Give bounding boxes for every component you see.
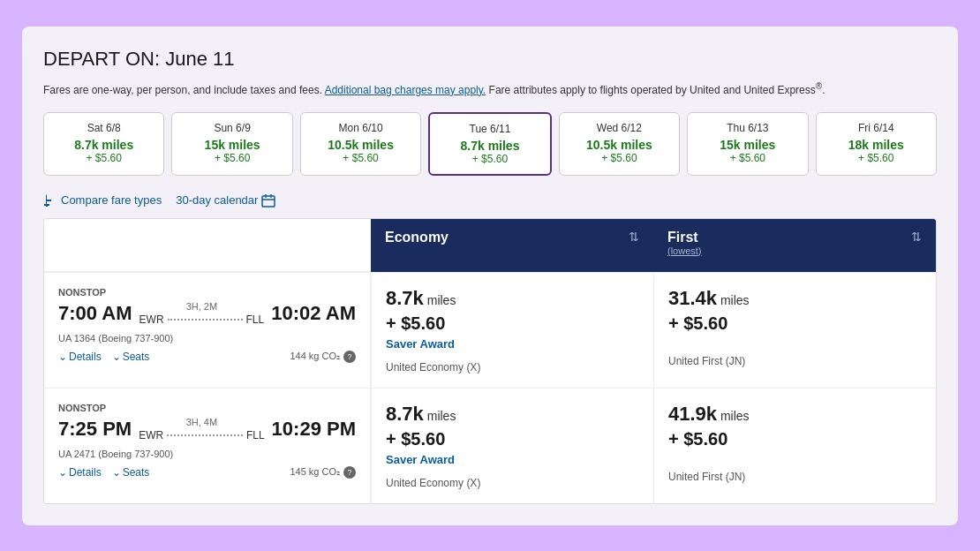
date-miles: 15k miles xyxy=(179,138,284,152)
chevron-down-icon: ⌄ xyxy=(58,351,67,363)
flight-detail: NONSTOP 7:00 AM 3H, 2M EWR FLL 10:02 AM … xyxy=(44,272,371,388)
date-label: Mon 6/10 xyxy=(308,122,413,134)
chevron-down-icon: ⌄ xyxy=(112,466,121,479)
first-fee: + $5.60 xyxy=(668,429,922,449)
svg-rect-0 xyxy=(262,196,275,207)
date-fee: + $5.60 xyxy=(824,152,929,164)
depart-time: 7:25 PM xyxy=(58,418,132,441)
arrive-time: 10:29 PM xyxy=(272,418,356,441)
seats-link[interactable]: ⌄ Seats xyxy=(112,351,150,363)
economy-miles-num: 8.7k xyxy=(386,403,424,425)
details-link[interactable]: ⌄ Details xyxy=(58,351,102,363)
economy-sort-icon[interactable]: ⇅ xyxy=(629,230,639,244)
bag-charges-link[interactable]: Additional bag charges may apply. xyxy=(325,84,486,96)
flight-col-header xyxy=(44,219,371,272)
economy-miles-label: miles xyxy=(427,409,456,423)
arrive-time: 10:02 AM xyxy=(271,302,356,325)
economy-miles: 8.7k miles xyxy=(386,287,639,310)
co2-help-icon[interactable]: ? xyxy=(343,351,356,363)
first-fare-cell[interactable]: 31.4k miles + $5.60 United First (JN) xyxy=(653,272,936,388)
origin-code: EWR xyxy=(139,429,163,442)
airports: EWR FLL xyxy=(139,429,264,442)
date-miles: 18k miles xyxy=(824,138,929,152)
depart-date: June 11 xyxy=(165,48,234,70)
date-fee: + $5.60 xyxy=(437,153,542,165)
chevron-down-icon: ⌄ xyxy=(58,466,67,479)
toolbar: Compare fare types 30-day calendar xyxy=(43,193,937,208)
date-miles: 10.5k miles xyxy=(308,138,413,152)
origin-code: EWR xyxy=(139,313,164,326)
economy-miles-label: miles xyxy=(427,293,456,307)
date-label: Wed 6/12 xyxy=(567,122,672,134)
flight-times: 7:00 AM 3H, 2M EWR FLL 10:02 AM xyxy=(58,301,356,326)
date-miles: 8.7k miles xyxy=(51,138,156,152)
chevron-down-icon: ⌄ xyxy=(112,351,121,363)
flight-links: ⌄ Details ⌄ Seats 144 kg CO₂ ? xyxy=(58,351,356,363)
co2-info: 144 kg CO₂ ? xyxy=(290,351,356,363)
first-class: United First (JN) xyxy=(668,471,922,483)
date-label: Sat 6/8 xyxy=(51,122,156,134)
flight-times: 7:25 PM 3H, 4M EWR FLL 10:29 PM xyxy=(58,417,356,442)
date-card[interactable]: Mon 6/10 10.5k miles + $5.60 xyxy=(300,112,421,176)
date-label: Sun 6/9 xyxy=(179,122,284,134)
economy-class: United Economy (X) xyxy=(386,361,639,374)
date-miles: 15k miles xyxy=(695,138,800,152)
flight-detail: NONSTOP 7:25 PM 3H, 4M EWR FLL 10:29 PM … xyxy=(44,388,371,503)
calendar-link[interactable]: 30-day calendar xyxy=(176,193,275,208)
first-fare-cell[interactable]: 41.9k miles + $5.60 United First (JN) xyxy=(653,388,936,503)
date-card[interactable]: Sat 6/8 8.7k miles + $5.60 xyxy=(43,112,164,176)
economy-miles: 8.7k miles xyxy=(386,403,639,426)
main-container: DEPART ON: June 11 Fares are one-way, pe… xyxy=(22,26,958,525)
flight-meta: UA 1364 (Boeing 737-900) xyxy=(58,333,356,343)
co2-value: 145 kg CO₂ xyxy=(290,466,340,478)
dest-code: FLL xyxy=(246,313,265,326)
depart-time: 7:00 AM xyxy=(58,302,132,325)
first-header: First (lowest) ⇅ xyxy=(653,219,936,272)
economy-fare-cell[interactable]: 8.7k miles + $5.60 Saver Award United Ec… xyxy=(371,388,653,503)
first-miles-label: miles xyxy=(720,293,750,307)
date-card[interactable]: Tue 6/11 8.7k miles + $5.60 xyxy=(428,112,551,176)
first-subtitle: (lowest) xyxy=(667,245,702,256)
first-title: First xyxy=(667,230,702,245)
economy-fare-cell[interactable]: 8.7k miles + $5.60 Saver Award United Ec… xyxy=(371,272,653,388)
calendar-icon xyxy=(261,193,275,208)
airports: EWR FLL xyxy=(139,313,265,326)
date-label: Fri 6/14 xyxy=(824,122,929,134)
fare-note-text2: Fare attributes apply to flights operate… xyxy=(489,84,816,96)
first-miles: 31.4k miles xyxy=(668,287,922,310)
fare-note-text: Fares are one-way, per person, and inclu… xyxy=(43,84,322,96)
date-miles: 8.7k miles xyxy=(437,139,542,153)
co2-value: 144 kg CO₂ xyxy=(290,351,340,362)
depart-title: DEPART ON: June 11 xyxy=(43,48,937,71)
date-fee: + $5.60 xyxy=(308,152,413,164)
co2-help-icon[interactable]: ? xyxy=(343,466,356,479)
route-line: 3H, 4M EWR FLL xyxy=(132,417,271,442)
calendar-label: 30-day calendar xyxy=(176,193,258,207)
economy-saver-badge: Saver Award xyxy=(386,337,639,351)
seat-icon xyxy=(43,193,57,208)
first-class: United First (JN) xyxy=(668,355,922,367)
date-card[interactable]: Wed 6/12 10.5k miles + $5.60 xyxy=(559,112,680,176)
flight-links: ⌄ Details ⌄ Seats 145 kg CO₂ ? xyxy=(58,466,356,479)
economy-header: Economy ⇅ xyxy=(371,219,653,272)
economy-fee: + $5.60 xyxy=(386,429,639,449)
flight-grid: Economy ⇅ First (lowest) ⇅ NONSTOP 7:00 … xyxy=(43,218,937,504)
economy-saver-badge: Saver Award xyxy=(386,453,639,466)
seats-link[interactable]: ⌄ Seats xyxy=(112,466,150,479)
first-miles-label: miles xyxy=(720,409,750,423)
details-link[interactable]: ⌄ Details xyxy=(58,466,102,479)
first-sort-icon[interactable]: ⇅ xyxy=(911,230,922,244)
first-miles: 41.9k miles xyxy=(668,403,922,426)
economy-fee: + $5.60 xyxy=(386,313,639,334)
nonstop-badge: NONSTOP xyxy=(58,287,356,298)
date-card[interactable]: Thu 6/13 15k miles + $5.60 xyxy=(687,112,808,176)
compare-fare-types-link[interactable]: Compare fare types xyxy=(43,193,162,208)
fare-note: Fares are one-way, per person, and inclu… xyxy=(43,79,937,98)
compare-label: Compare fare types xyxy=(61,193,162,207)
date-card[interactable]: Sun 6/9 15k miles + $5.60 xyxy=(171,112,292,176)
co2-info: 145 kg CO₂ ? xyxy=(290,466,356,479)
date-card[interactable]: Fri 6/14 18k miles + $5.60 xyxy=(816,112,937,176)
date-selector: Sat 6/8 8.7k miles + $5.60 Sun 6/9 15k m… xyxy=(43,112,937,176)
date-label: Thu 6/13 xyxy=(695,122,800,134)
dest-code: FLL xyxy=(246,429,265,442)
